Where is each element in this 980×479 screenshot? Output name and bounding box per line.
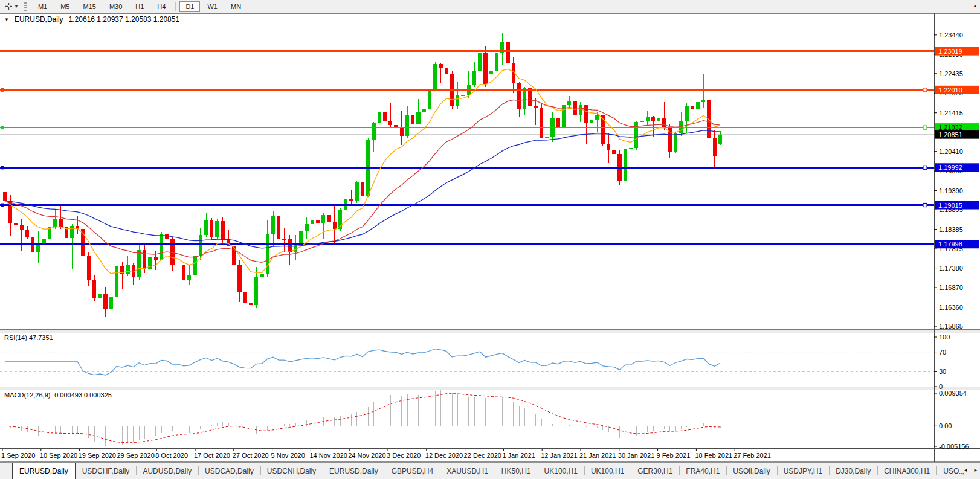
rsi-line (5, 349, 720, 375)
candle (388, 121, 392, 125)
tab-eurusd-daily-5[interactable]: EURUSD,Daily (323, 463, 385, 479)
candle (584, 105, 588, 123)
date-label: 27 Feb 2021 (733, 452, 771, 459)
macd-indicator-label: MACD(12,26,9) -0.000493 0.000325 (4, 391, 112, 399)
date-label: 10 Sep 2020 (40, 452, 77, 459)
candle (215, 221, 219, 237)
candle (115, 266, 118, 297)
price-tick-label: 1.23440 (939, 31, 963, 39)
tab-usdchf-daily-1[interactable]: USDCHF,Daily (76, 463, 137, 479)
candle (456, 95, 459, 106)
panel-borders (0, 13, 980, 462)
candle (221, 221, 225, 240)
date-label: 18 Feb 2021 (695, 452, 732, 459)
date-label: 1 Jan 2021 (502, 452, 535, 459)
tab-hk50-h1-8[interactable]: HK50,H1 (495, 463, 538, 479)
candle (685, 106, 688, 121)
price-badge: 1.17998 (938, 240, 962, 248)
candle (428, 91, 431, 109)
candle (132, 265, 135, 277)
candle (92, 280, 96, 297)
date-label: 24 Nov 2020 (348, 452, 385, 459)
price-badge: 1.22010 (938, 86, 962, 94)
candle (674, 133, 677, 152)
tab-gbpusd-h4-6[interactable]: GBPUSD,H4 (385, 463, 440, 479)
candle (204, 220, 208, 236)
price-badge: 1.19015 (938, 202, 962, 209)
candle (528, 88, 532, 107)
tab-xauusd-h1-7[interactable]: XAUUSD,H1 (440, 463, 495, 479)
candle (42, 239, 46, 243)
candle (439, 64, 442, 68)
price-axis: 1.234401.229301.224351.219251.214151.204… (934, 31, 963, 330)
candle (372, 123, 375, 140)
rsi-axis-label: 70 (939, 349, 946, 356)
tab-usoil-daily-13[interactable]: USOil,Daily (726, 463, 776, 479)
candle (148, 257, 152, 269)
date-label: 12 Jan 2021 (541, 452, 578, 459)
price-tick-label: 1.20410 (939, 148, 963, 155)
tab-eurusd-daily-0[interactable]: EURUSD,Daily (12, 463, 76, 479)
candle (53, 219, 57, 227)
candle (59, 219, 62, 227)
candle (187, 275, 191, 279)
date-label: 12 Dec 2020 (425, 452, 463, 459)
candle (14, 223, 18, 225)
candle (517, 83, 521, 109)
chart-ohlc-values: 1.20616 1.20937 1.20583 1.20851 (69, 15, 180, 24)
candle (299, 231, 303, 243)
date-label: 29 Sep 2020 (117, 452, 154, 459)
tab-fra40-h1-12[interactable]: FRA40,H1 (679, 463, 726, 479)
candle (657, 118, 660, 121)
candle (160, 234, 163, 260)
tab-audusd-daily-2[interactable]: AUDUSD,Daily (136, 463, 198, 479)
candle (243, 292, 247, 303)
macd-axis-label: 0.009354 (939, 390, 967, 397)
date-label: 22 Dec 2020 (464, 452, 501, 459)
candle (199, 235, 202, 256)
candle (651, 117, 655, 121)
candle (25, 230, 29, 237)
price-tick-label: 1.16360 (939, 304, 963, 311)
tab-ger30-h1-11[interactable]: GER30,H1 (631, 463, 679, 479)
chart-canvas[interactable]: 1.234401.229301.224351.219251.214151.204… (0, 0, 980, 462)
date-label: 9 Feb 2021 (657, 452, 691, 459)
candle (640, 121, 643, 122)
tab-usdcad-daily-3[interactable]: USDCAD,Daily (198, 463, 260, 479)
tab-china300-h1-16[interactable]: CHINA300,H1 (877, 463, 936, 479)
price-badge: 1.21032 (938, 124, 962, 131)
macd-axis-label: 0.00 (939, 422, 952, 429)
candle (210, 220, 213, 237)
tab-usdcnh-daily-4[interactable]: USDCNH,Daily (260, 463, 323, 479)
rsi-axis-label: 100 (939, 333, 950, 341)
candle (394, 125, 398, 127)
tab-uk100-h1-9[interactable]: UK100,H1 (538, 463, 584, 479)
candle (327, 215, 330, 222)
candle (713, 138, 717, 156)
price-tick-label: 1.15865 (939, 323, 963, 330)
candle (193, 256, 196, 275)
tab-dj30-daily-15[interactable]: DJ30,Daily (829, 463, 877, 479)
candle (20, 225, 24, 230)
date-label: 5 Nov 2020 (271, 452, 305, 459)
candle (445, 68, 448, 74)
price-tick-label: 1.19390 (939, 187, 963, 194)
macd-axis-label: -0.005156 (939, 443, 969, 450)
candle (545, 137, 549, 138)
candle (411, 115, 414, 124)
window-menu-icon[interactable]: ▼ (4, 17, 9, 22)
candle (137, 250, 141, 276)
tab-usdjpy-h1-14[interactable]: USDJPY,H1 (777, 463, 829, 479)
candle (590, 120, 593, 123)
candle (176, 265, 180, 265)
tab-uk100-h1-10[interactable]: UK100,H1 (584, 463, 631, 479)
price-badge: 1.23019 (938, 48, 962, 55)
tabs-scroll-right-icon[interactable]: ▸ (974, 467, 977, 473)
candle (472, 71, 476, 85)
candle (483, 53, 487, 84)
candle (540, 108, 543, 138)
date-label: 1 Sep 2020 (1, 452, 35, 459)
price-badge: 1.19992 (938, 164, 962, 171)
candle (383, 112, 387, 120)
tabs-scroll-left-icon[interactable]: ◂ (964, 467, 967, 473)
